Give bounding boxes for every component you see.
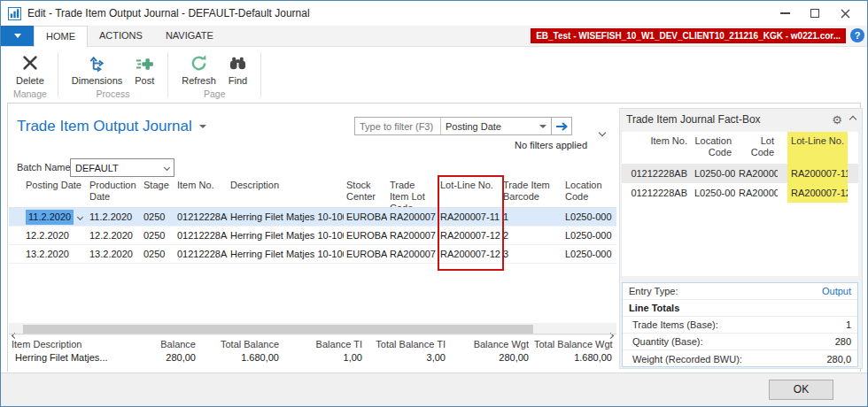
factbox-column-header-lot-line-no: Lot-Line No.: [787, 132, 848, 164]
column-header[interactable]: Production Date: [87, 178, 141, 207]
minimize-icon: [780, 12, 790, 14]
filter-box: Posting Date: [354, 117, 572, 135]
ribbon-group-process: Dimensions Post Process: [60, 48, 166, 103]
app-menu-caret-icon: [14, 34, 21, 38]
grid-header-row: Posting Date Production Date Stage Item …: [9, 178, 616, 208]
factbox-info-panel: Entry Type: Output Line Totals Trade Ite…: [622, 282, 858, 367]
total-value: 1,00: [282, 351, 365, 365]
column-header[interactable]: Trade Item Barcode: [500, 178, 562, 207]
arrow-right-icon: [555, 121, 568, 132]
line-total-label: Quantity (Base):: [629, 336, 702, 347]
collapse-chevron-up-icon[interactable]: [849, 116, 856, 123]
refresh-button[interactable]: Refresh: [177, 50, 221, 88]
total-value: 1.680,00: [531, 351, 615, 365]
factbox-lot-line-cell: RA200007-11: [787, 164, 848, 183]
settings-gear-icon[interactable]: ⚙: [832, 114, 842, 126]
column-header[interactable]: Trade Item Lot Code: [387, 178, 438, 207]
line-total-label: Weight (Recorded BWU):: [629, 354, 742, 365]
post-button[interactable]: Post: [130, 50, 159, 88]
factbox-column-header: Location Code: [691, 132, 735, 164]
app-window: Edit - Trade Item Output Journal - DEFAU…: [0, 0, 868, 407]
column-header[interactable]: Stock Center: [344, 178, 387, 207]
column-header[interactable]: Stage: [141, 178, 174, 207]
filter-field-dropdown[interactable]: Posting Date: [440, 118, 551, 134]
ribbon-separator: [260, 52, 261, 97]
dimensions-arrows-icon: [88, 51, 106, 74]
total-label: Balance: [115, 338, 198, 351]
title-bar: Edit - Trade Item Output Journal - DEFAU…: [1, 1, 867, 26]
total-label: Item Description: [9, 338, 115, 351]
column-header[interactable]: Item No.: [174, 178, 228, 207]
total-value: 1.680,00: [198, 351, 282, 365]
total-value: 280,00: [448, 351, 531, 365]
total-label: Balance Wgt: [448, 338, 531, 351]
lot-line-no-cell[interactable]: RA200007-11: [438, 208, 500, 226]
line-total-value: 1: [846, 319, 851, 330]
column-header[interactable]: Description: [228, 178, 344, 207]
total-label: Total Balance: [198, 338, 282, 351]
footer-bar: OK: [1, 372, 867, 406]
column-header-lot-line-no[interactable]: Lot-Line No.: [438, 178, 500, 207]
table-row-selected[interactable]: 11.2.2020 11.2.2020 0250 01212228AB Herr…: [9, 208, 616, 227]
environment-banner: EB_Test - WISEFISH_10_W1_DEV_CLIENT10_21…: [531, 28, 846, 43]
ribbon-group-label: Page: [170, 88, 259, 103]
lot-line-no-cell[interactable]: RA200007-12: [438, 245, 500, 263]
filter-apply-button[interactable]: [551, 118, 571, 134]
table-row[interactable]: 13.2.2020 13.2.2020 0250 01212228AB Herr…: [9, 245, 616, 264]
journal-lines-grid: Posting Date Production Date Stage Item …: [9, 178, 616, 264]
page-content: Trade Item Output Journal Posting Date N…: [7, 103, 861, 372]
close-icon: [841, 9, 850, 19]
batch-name-select[interactable]: DEFAULT: [70, 158, 174, 177]
entry-type-value[interactable]: Output: [822, 286, 851, 296]
batch-name-label: Batch Name:: [17, 162, 74, 173]
entry-type-label: Entry Type:: [629, 286, 678, 296]
total-value: Herring Filet Matjes...: [9, 351, 115, 365]
factbox-lot-line-cell: RA200007-12: [787, 183, 848, 203]
factbox-header: Trade Item Journal Fact-Box ⚙: [620, 109, 862, 127]
posting-date-cell[interactable]: 11.2.2020: [23, 208, 87, 226]
factbox-header-row: Item No. Location Code Lot Code Lot-Line…: [622, 132, 858, 164]
lot-line-no-cell[interactable]: RA200007-12: [438, 227, 500, 244]
factbox-row[interactable]: 01212228AB L0250-000 RA200007 RA200007-1…: [622, 164, 858, 183]
date-picker-dropdown-icon[interactable]: [77, 213, 83, 219]
ok-button[interactable]: OK: [769, 380, 833, 400]
close-button[interactable]: [830, 1, 860, 26]
ribbon-separator: [58, 52, 58, 97]
filter-status: No filters applied: [380, 140, 587, 150]
factbox-title: Trade Item Journal Fact-Box: [626, 113, 761, 126]
total-label: Balance TI: [282, 338, 365, 351]
column-header[interactable]: Posting Date: [23, 178, 87, 207]
maximize-button[interactable]: [800, 1, 830, 26]
ribbon-group-manage: Delete Manage: [4, 48, 56, 103]
window-title: Edit - Trade Item Output Journal - DEFAU…: [27, 7, 310, 19]
factbox-panel: Trade Item Journal Fact-Box ⚙ Item No. L…: [619, 108, 863, 369]
tab-actions[interactable]: ACTIONS: [88, 26, 154, 46]
maximize-icon: [810, 9, 819, 18]
scrollbar-thumb[interactable]: [23, 325, 533, 334]
delete-button[interactable]: Delete: [12, 50, 49, 88]
line-total-value: 280: [835, 336, 851, 347]
minimize-button[interactable]: [770, 1, 800, 26]
filter-pane-expand-button[interactable]: [600, 123, 605, 139]
line-totals-heading: Line Totals: [629, 303, 679, 313]
ribbon-group-label: Manage: [4, 88, 56, 103]
page-title-caret-icon[interactable]: [199, 125, 206, 128]
column-header[interactable]: Location Code: [562, 178, 615, 207]
ribbon-tab-bar: HOME ACTIONS NAVIGATE EB_Test - WISEFISH…: [1, 26, 867, 47]
app-icon: [8, 7, 21, 20]
focused-cell[interactable]: 11.2.2020: [26, 210, 74, 225]
tab-home[interactable]: HOME: [34, 26, 88, 47]
factbox-row[interactable]: 01212228AB L0250-000 RA200007 RA200007-1…: [622, 183, 858, 203]
dimensions-button[interactable]: Dimensions: [67, 50, 127, 88]
application-menu-button[interactable]: [1, 26, 34, 46]
factbox-column-header: Lot Code: [735, 132, 778, 164]
total-label: Total Balance Wgt: [531, 338, 615, 351]
total-value: 3,00: [365, 351, 448, 365]
table-row[interactable]: 12.2.2020 12.2.2020 0250 01212228AB Herr…: [9, 227, 616, 245]
find-button[interactable]: Find: [224, 50, 252, 88]
tab-navigate[interactable]: NAVIGATE: [154, 26, 225, 46]
factbox-column-header: Item No.: [622, 132, 691, 164]
ribbon-separator: [167, 52, 168, 97]
filter-input[interactable]: [355, 118, 440, 134]
help-icon[interactable]: ?: [850, 28, 864, 42]
